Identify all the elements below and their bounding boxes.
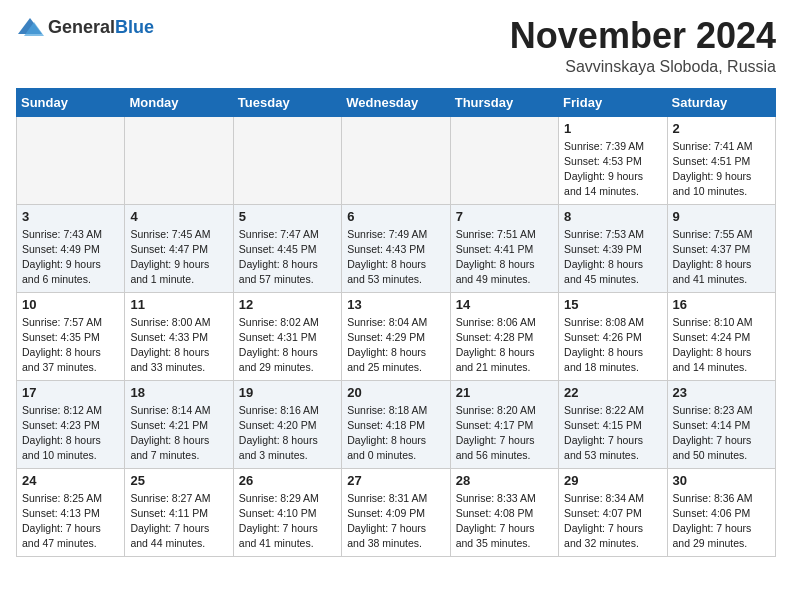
col-tuesday: Tuesday [233, 88, 341, 116]
day-info: Sunrise: 8:27 AM Sunset: 4:11 PM Dayligh… [130, 491, 227, 552]
table-row: 14Sunrise: 8:06 AM Sunset: 4:28 PM Dayli… [450, 292, 558, 380]
calendar-table: Sunday Monday Tuesday Wednesday Thursday… [16, 88, 776, 557]
day-number: 23 [673, 385, 770, 400]
day-number: 6 [347, 209, 444, 224]
day-info: Sunrise: 8:08 AM Sunset: 4:26 PM Dayligh… [564, 315, 661, 376]
table-row: 10Sunrise: 7:57 AM Sunset: 4:35 PM Dayli… [17, 292, 125, 380]
day-info: Sunrise: 8:34 AM Sunset: 4:07 PM Dayligh… [564, 491, 661, 552]
day-number: 13 [347, 297, 444, 312]
table-row: 7Sunrise: 7:51 AM Sunset: 4:41 PM Daylig… [450, 204, 558, 292]
logo-icon [16, 16, 44, 38]
day-number: 10 [22, 297, 119, 312]
month-year-title: November 2024 [510, 16, 776, 56]
day-number: 14 [456, 297, 553, 312]
day-number: 28 [456, 473, 553, 488]
table-row: 27Sunrise: 8:31 AM Sunset: 4:09 PM Dayli… [342, 468, 450, 556]
day-info: Sunrise: 7:39 AM Sunset: 4:53 PM Dayligh… [564, 139, 661, 200]
day-number: 27 [347, 473, 444, 488]
day-info: Sunrise: 8:36 AM Sunset: 4:06 PM Dayligh… [673, 491, 770, 552]
day-number: 4 [130, 209, 227, 224]
day-info: Sunrise: 8:14 AM Sunset: 4:21 PM Dayligh… [130, 403, 227, 464]
day-info: Sunrise: 7:57 AM Sunset: 4:35 PM Dayligh… [22, 315, 119, 376]
page-header: GeneralBlue November 2024 Savvinskaya Sl… [16, 16, 776, 76]
day-number: 30 [673, 473, 770, 488]
table-row [17, 116, 125, 204]
day-info: Sunrise: 8:23 AM Sunset: 4:14 PM Dayligh… [673, 403, 770, 464]
day-number: 12 [239, 297, 336, 312]
calendar-week-row: 3Sunrise: 7:43 AM Sunset: 4:49 PM Daylig… [17, 204, 776, 292]
day-info: Sunrise: 8:20 AM Sunset: 4:17 PM Dayligh… [456, 403, 553, 464]
day-info: Sunrise: 8:29 AM Sunset: 4:10 PM Dayligh… [239, 491, 336, 552]
day-number: 16 [673, 297, 770, 312]
table-row: 12Sunrise: 8:02 AM Sunset: 4:31 PM Dayli… [233, 292, 341, 380]
day-info: Sunrise: 7:47 AM Sunset: 4:45 PM Dayligh… [239, 227, 336, 288]
table-row: 8Sunrise: 7:53 AM Sunset: 4:39 PM Daylig… [559, 204, 667, 292]
day-number: 25 [130, 473, 227, 488]
table-row: 5Sunrise: 7:47 AM Sunset: 4:45 PM Daylig… [233, 204, 341, 292]
logo: GeneralBlue [16, 16, 154, 38]
location-subtitle: Savvinskaya Sloboda, Russia [510, 58, 776, 76]
day-number: 1 [564, 121, 661, 136]
day-number: 5 [239, 209, 336, 224]
table-row: 24Sunrise: 8:25 AM Sunset: 4:13 PM Dayli… [17, 468, 125, 556]
table-row: 3Sunrise: 7:43 AM Sunset: 4:49 PM Daylig… [17, 204, 125, 292]
table-row [125, 116, 233, 204]
table-row: 21Sunrise: 8:20 AM Sunset: 4:17 PM Dayli… [450, 380, 558, 468]
table-row: 23Sunrise: 8:23 AM Sunset: 4:14 PM Dayli… [667, 380, 775, 468]
day-info: Sunrise: 8:12 AM Sunset: 4:23 PM Dayligh… [22, 403, 119, 464]
table-row: 11Sunrise: 8:00 AM Sunset: 4:33 PM Dayli… [125, 292, 233, 380]
day-info: Sunrise: 8:25 AM Sunset: 4:13 PM Dayligh… [22, 491, 119, 552]
col-saturday: Saturday [667, 88, 775, 116]
table-row: 9Sunrise: 7:55 AM Sunset: 4:37 PM Daylig… [667, 204, 775, 292]
col-friday: Friday [559, 88, 667, 116]
table-row: 6Sunrise: 7:49 AM Sunset: 4:43 PM Daylig… [342, 204, 450, 292]
day-info: Sunrise: 8:06 AM Sunset: 4:28 PM Dayligh… [456, 315, 553, 376]
table-row: 2Sunrise: 7:41 AM Sunset: 4:51 PM Daylig… [667, 116, 775, 204]
table-row: 28Sunrise: 8:33 AM Sunset: 4:08 PM Dayli… [450, 468, 558, 556]
calendar-week-row: 17Sunrise: 8:12 AM Sunset: 4:23 PM Dayli… [17, 380, 776, 468]
table-row: 18Sunrise: 8:14 AM Sunset: 4:21 PM Dayli… [125, 380, 233, 468]
table-row: 1Sunrise: 7:39 AM Sunset: 4:53 PM Daylig… [559, 116, 667, 204]
day-info: Sunrise: 7:53 AM Sunset: 4:39 PM Dayligh… [564, 227, 661, 288]
day-info: Sunrise: 7:45 AM Sunset: 4:47 PM Dayligh… [130, 227, 227, 288]
table-row [342, 116, 450, 204]
calendar-week-row: 1Sunrise: 7:39 AM Sunset: 4:53 PM Daylig… [17, 116, 776, 204]
day-info: Sunrise: 8:10 AM Sunset: 4:24 PM Dayligh… [673, 315, 770, 376]
day-info: Sunrise: 8:22 AM Sunset: 4:15 PM Dayligh… [564, 403, 661, 464]
table-row: 15Sunrise: 8:08 AM Sunset: 4:26 PM Dayli… [559, 292, 667, 380]
day-info: Sunrise: 7:43 AM Sunset: 4:49 PM Dayligh… [22, 227, 119, 288]
calendar-week-row: 24Sunrise: 8:25 AM Sunset: 4:13 PM Dayli… [17, 468, 776, 556]
day-info: Sunrise: 8:02 AM Sunset: 4:31 PM Dayligh… [239, 315, 336, 376]
table-row: 22Sunrise: 8:22 AM Sunset: 4:15 PM Dayli… [559, 380, 667, 468]
day-info: Sunrise: 8:00 AM Sunset: 4:33 PM Dayligh… [130, 315, 227, 376]
day-info: Sunrise: 8:16 AM Sunset: 4:20 PM Dayligh… [239, 403, 336, 464]
col-sunday: Sunday [17, 88, 125, 116]
day-info: Sunrise: 7:51 AM Sunset: 4:41 PM Dayligh… [456, 227, 553, 288]
day-info: Sunrise: 7:41 AM Sunset: 4:51 PM Dayligh… [673, 139, 770, 200]
day-number: 17 [22, 385, 119, 400]
table-row: 19Sunrise: 8:16 AM Sunset: 4:20 PM Dayli… [233, 380, 341, 468]
day-number: 20 [347, 385, 444, 400]
day-number: 11 [130, 297, 227, 312]
day-number: 2 [673, 121, 770, 136]
table-row: 20Sunrise: 8:18 AM Sunset: 4:18 PM Dayli… [342, 380, 450, 468]
table-row: 25Sunrise: 8:27 AM Sunset: 4:11 PM Dayli… [125, 468, 233, 556]
table-row: 30Sunrise: 8:36 AM Sunset: 4:06 PM Dayli… [667, 468, 775, 556]
table-row [233, 116, 341, 204]
logo-text: GeneralBlue [48, 17, 154, 38]
table-row: 26Sunrise: 8:29 AM Sunset: 4:10 PM Dayli… [233, 468, 341, 556]
day-number: 24 [22, 473, 119, 488]
day-info: Sunrise: 8:04 AM Sunset: 4:29 PM Dayligh… [347, 315, 444, 376]
day-number: 29 [564, 473, 661, 488]
table-row: 17Sunrise: 8:12 AM Sunset: 4:23 PM Dayli… [17, 380, 125, 468]
day-info: Sunrise: 7:49 AM Sunset: 4:43 PM Dayligh… [347, 227, 444, 288]
col-monday: Monday [125, 88, 233, 116]
day-number: 19 [239, 385, 336, 400]
day-info: Sunrise: 7:55 AM Sunset: 4:37 PM Dayligh… [673, 227, 770, 288]
day-info: Sunrise: 8:18 AM Sunset: 4:18 PM Dayligh… [347, 403, 444, 464]
col-thursday: Thursday [450, 88, 558, 116]
day-info: Sunrise: 8:33 AM Sunset: 4:08 PM Dayligh… [456, 491, 553, 552]
table-row [450, 116, 558, 204]
table-row: 13Sunrise: 8:04 AM Sunset: 4:29 PM Dayli… [342, 292, 450, 380]
calendar-week-row: 10Sunrise: 7:57 AM Sunset: 4:35 PM Dayli… [17, 292, 776, 380]
